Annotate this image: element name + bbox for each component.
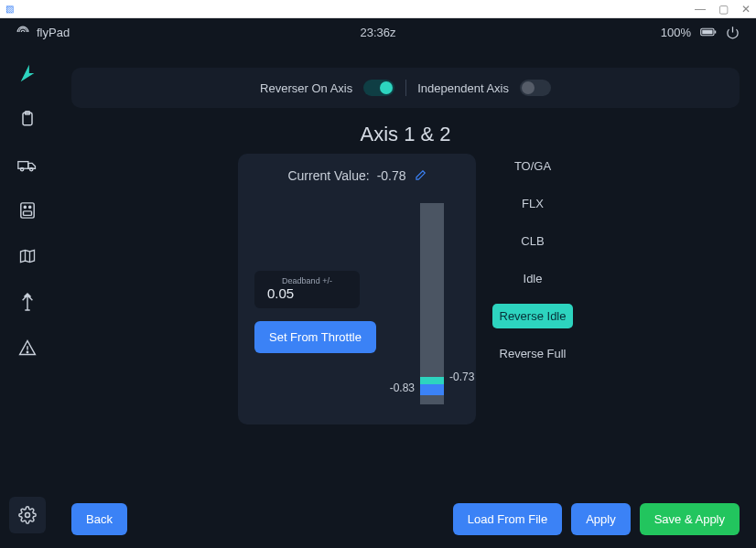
top-bar: flyPad 23:36z 100% [0, 18, 756, 46]
main-content: Reverser On Axis Independent Axis Axis 1… [55, 46, 756, 548]
apply-button[interactable]: Apply [571, 503, 631, 535]
minimize-button[interactable]: — [695, 3, 706, 16]
detent-flx[interactable]: FLX [492, 191, 573, 216]
battery-icon [700, 27, 717, 38]
app-window-icon: ▧ [5, 4, 14, 14]
svg-rect-2 [715, 31, 717, 34]
titlebar: ▧ — ▢ ✕ [0, 0, 756, 18]
load-from-file-button[interactable]: Load From File [453, 503, 562, 535]
detent-to-ga[interactable]: TO/GA [492, 154, 573, 178]
svg-point-10 [29, 206, 31, 208]
svg-point-7 [30, 167, 33, 170]
sidebar-item-navigation[interactable] [16, 245, 38, 267]
signal-icon [16, 26, 29, 38]
back-button[interactable]: Back [71, 503, 127, 535]
edit-icon[interactable] [414, 169, 427, 182]
svg-point-6 [20, 167, 23, 170]
reverser-on-axis-toggle[interactable] [363, 80, 394, 96]
sidebar-item-clipboard[interactable] [16, 108, 38, 130]
detent-idle[interactable]: Idle [492, 266, 573, 291]
app-root: flyPad 23:36z 100% [0, 18, 756, 548]
clock: 23:36z [360, 26, 395, 39]
deadband-label: Deadband +/- [267, 276, 347, 285]
axis-panel: Current Value: -0.78 Deadband +/- [238, 154, 476, 424]
app-title: flyPad [37, 26, 70, 39]
deadband-input[interactable]: Deadband +/- 0.05 [254, 271, 360, 308]
throttle-bar: -0.73 -0.83 [405, 203, 459, 404]
current-value-label: Current Value: [287, 168, 369, 183]
detent-reverse-idle[interactable]: Reverse Idle [492, 304, 573, 328]
detent-reverse-full[interactable]: Reverse Full [492, 341, 573, 366]
svg-rect-1 [702, 30, 712, 35]
sidebar [0, 46, 55, 548]
current-value: -0.78 [377, 168, 406, 183]
sidebar-item-failures[interactable] [16, 337, 38, 359]
svg-rect-11 [24, 211, 32, 216]
battery-percent: 100% [661, 26, 691, 39]
app-body: Reverser On Axis Independent Axis Axis 1… [0, 46, 756, 548]
bar-deadband-region [420, 377, 444, 384]
sidebar-item-ground[interactable] [16, 154, 38, 176]
set-from-throttle-button[interactable]: Set From Throttle [254, 321, 376, 353]
maximize-button[interactable]: ▢ [718, 3, 729, 16]
close-button[interactable]: ✕ [741, 3, 751, 16]
axis-title: Axis 1 & 2 [71, 123, 740, 146]
bar-current-region [420, 384, 444, 395]
os-window: ▧ — ▢ ✕ flyPad 23:36z 100% [0, 0, 756, 548]
axis-toggle-bar: Reverser On Axis Independent Axis [71, 68, 740, 108]
save-apply-button[interactable]: Save & Apply [640, 503, 740, 535]
svg-point-9 [24, 206, 26, 208]
detent-list: TO/GAFLXCLBIdleReverse IdleReverse Full [492, 154, 573, 424]
svg-point-14 [26, 513, 30, 518]
footer-buttons: Back Load From File Apply Save & Apply [71, 503, 740, 535]
svg-point-13 [27, 351, 27, 352]
sidebar-item-performance[interactable] [16, 199, 38, 221]
sidebar-item-atc[interactable] [16, 291, 38, 313]
toggle-separator [405, 80, 406, 96]
sidebar-item-home[interactable] [16, 62, 38, 84]
gear-icon [18, 506, 37, 524]
deadband-value: 0.05 [267, 285, 347, 301]
independent-axis-toggle[interactable] [520, 80, 551, 96]
power-icon[interactable] [726, 26, 740, 39]
detent-clb[interactable]: CLB [492, 229, 573, 253]
range-upper-label: -0.73 [449, 371, 474, 383]
reverser-on-axis-label: Reverser On Axis [260, 81, 352, 95]
range-lower-label: -0.83 [390, 381, 415, 394]
independent-axis-label: Independent Axis [417, 81, 509, 95]
sidebar-item-settings[interactable] [9, 497, 46, 533]
